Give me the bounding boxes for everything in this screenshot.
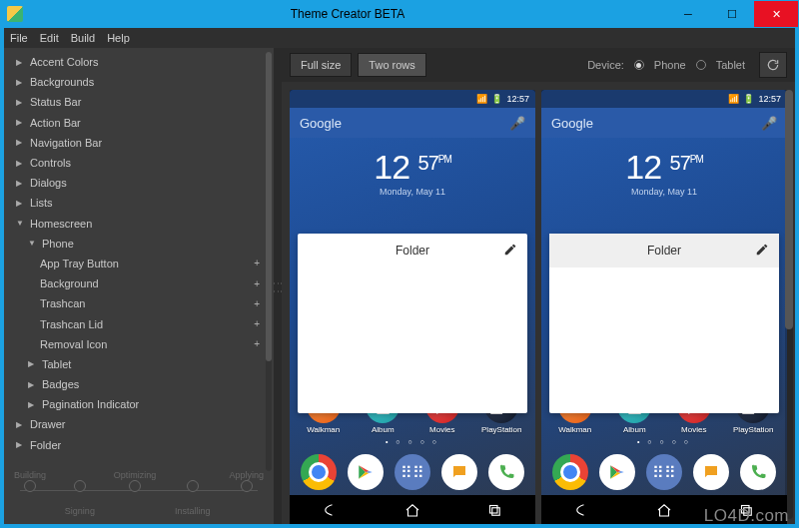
preview-pane: Full size Two rows Device: Phone Tablet …	[282, 48, 795, 524]
phone-previews: 📶 🔋 12:57 Google 🎤 12 57PM Monday, May 1…	[282, 82, 795, 524]
tree-item-trashcan[interactable]: Trashcan+	[4, 293, 274, 313]
progress-installing: Installing	[175, 506, 211, 516]
fullsize-button[interactable]: Full size	[290, 53, 352, 77]
folder-header: Folder	[549, 234, 779, 267]
tree-item-accent-colors[interactable]: ▶Accent Colors	[4, 52, 274, 72]
minimize-button[interactable]: ─	[666, 1, 710, 27]
tree-item-pagination-indicator[interactable]: ▶Pagination Indicator	[4, 394, 274, 414]
messaging-icon[interactable]	[441, 454, 477, 490]
tree-item-status-bar[interactable]: ▶Status Bar	[4, 92, 274, 112]
menu-edit[interactable]: Edit	[40, 32, 59, 44]
tree-item-homescreen[interactable]: ▼Homescreen	[4, 214, 274, 234]
tree-item-background[interactable]: Background+	[4, 273, 274, 293]
app-tray-icon[interactable]: ⠿⠿	[646, 454, 682, 490]
radio-phone[interactable]	[634, 60, 644, 70]
window-title: Theme Creator BETA	[29, 7, 666, 21]
tree-item-controls[interactable]: ▶Controls	[4, 153, 274, 173]
folder-header: Folder	[298, 234, 527, 267]
radio-tablet-label[interactable]: Tablet	[716, 59, 745, 71]
tree-item-lists[interactable]: ▶Lists	[4, 193, 274, 213]
signal-icon: 📶	[728, 94, 739, 104]
phone-preview-1: 📶 🔋 12:57 Google 🎤 12 57PM Monday, May 1…	[290, 90, 535, 524]
signal-icon: 📶	[476, 94, 487, 104]
menubar: File Edit Build Help	[0, 28, 799, 48]
folder-title: Folder	[396, 244, 429, 258]
mic-icon[interactable]: 🎤	[761, 116, 777, 131]
tree-item-badges[interactable]: ▶Badges	[4, 374, 274, 394]
status-time: 12:57	[758, 94, 781, 104]
radio-phone-label[interactable]: Phone	[654, 59, 686, 71]
svg-rect-1	[492, 508, 500, 516]
playstore-icon[interactable]	[348, 454, 384, 490]
favorites-bar: ⠿⠿	[541, 449, 787, 495]
app-icon	[7, 6, 23, 22]
android-navbar	[290, 495, 535, 524]
tree-item-navigation-bar[interactable]: ▶Navigation Bar	[4, 133, 274, 153]
pencil-icon[interactable]	[503, 243, 517, 261]
playstore-icon[interactable]	[599, 454, 635, 490]
home-icon[interactable]	[403, 501, 421, 523]
window-controls: ─ ☐ ✕	[666, 1, 798, 27]
back-icon[interactable]	[322, 501, 340, 523]
splitter-handle[interactable]: ⋮⋮	[274, 48, 282, 524]
menu-build[interactable]: Build	[71, 32, 95, 44]
dialer-icon[interactable]	[740, 454, 776, 490]
battery-icon: 🔋	[743, 94, 754, 104]
folder-popup[interactable]: Folder	[298, 234, 527, 413]
clock-widget: 12 57PM Monday, May 11	[541, 138, 787, 203]
back-icon[interactable]	[573, 501, 591, 523]
close-button[interactable]: ✕	[754, 1, 798, 27]
menu-file[interactable]: File	[10, 32, 28, 44]
search-label: Google	[551, 116, 593, 131]
tree-item-drawer[interactable]: ▶Drawer	[4, 414, 274, 434]
progress-signing: Signing	[65, 506, 95, 516]
google-search-bar[interactable]: Google 🎤	[541, 108, 787, 138]
tree-item-backgrounds[interactable]: ▶Backgrounds	[4, 72, 274, 92]
sidebar: ▶Accent Colors▶Backgrounds▶Status Bar▶Ac…	[4, 48, 274, 524]
dialer-icon[interactable]	[488, 454, 524, 490]
status-time: 12:57	[506, 94, 529, 104]
radio-tablet[interactable]	[696, 60, 706, 70]
phone-wallpaper: 12 57PM Monday, May 11 Folder WWalkman ▣…	[541, 138, 787, 495]
tree: ▶Accent Colors▶Backgrounds▶Status Bar▶Ac…	[4, 48, 274, 474]
device-selector: Device: Phone Tablet	[587, 59, 745, 71]
mic-icon[interactable]: 🎤	[509, 116, 525, 131]
maximize-button[interactable]: ☐	[710, 1, 754, 27]
refresh-button[interactable]	[759, 52, 787, 78]
preview-scrollbar[interactable]	[785, 90, 793, 519]
tree-item-folder[interactable]: ▶Folder	[4, 435, 274, 455]
menu-help[interactable]: Help	[107, 32, 130, 44]
build-progress: Building Signing Optimizing Installing A…	[4, 474, 274, 524]
messaging-icon[interactable]	[693, 454, 729, 490]
tree-item-action-bar[interactable]: ▶Action Bar	[4, 113, 274, 133]
app-tray-icon[interactable]: ⠿⠿	[395, 454, 430, 490]
chrome-icon[interactable]	[301, 454, 337, 490]
clock-widget: 12 57PM Monday, May 11	[290, 138, 535, 203]
progress-applying: Applying	[229, 470, 264, 480]
tree-item-trashcan-lid[interactable]: Trashcan Lid+	[4, 313, 274, 333]
device-label: Device:	[587, 59, 624, 71]
phone-statusbar: 📶 🔋 12:57	[290, 90, 535, 108]
recents-icon[interactable]	[485, 501, 503, 523]
tree-item-dialogs[interactable]: ▶Dialogs	[4, 173, 274, 193]
search-label: Google	[300, 116, 342, 131]
sidebar-scrollbar[interactable]	[266, 52, 272, 471]
svg-rect-0	[490, 506, 498, 514]
phone-preview-2: 📶 🔋 12:57 Google 🎤 12 57PM Monday, May 1…	[541, 90, 787, 524]
app-body: ▶Accent Colors▶Backgrounds▶Status Bar▶Ac…	[0, 48, 799, 528]
chrome-icon[interactable]	[552, 454, 588, 490]
tworows-button[interactable]: Two rows	[358, 53, 425, 77]
progress-building: Building	[14, 470, 46, 480]
folder-title: Folder	[647, 244, 681, 258]
tree-item-phone[interactable]: ▼Phone	[4, 234, 274, 254]
tree-item-tablet[interactable]: ▶Tablet	[4, 354, 274, 374]
tree-item-removal-icon[interactable]: Removal Icon+	[4, 334, 274, 354]
page-indicator: • ○ ○ ○ ○	[290, 434, 535, 449]
folder-popup[interactable]: Folder	[549, 234, 779, 413]
home-icon[interactable]	[655, 501, 673, 523]
watermark: LO4D.com	[704, 506, 789, 526]
tree-item-app-tray-button[interactable]: App Tray Button+	[4, 254, 274, 273]
window-titlebar: Theme Creator BETA ─ ☐ ✕	[0, 0, 799, 28]
pencil-icon[interactable]	[755, 243, 769, 261]
google-search-bar[interactable]: Google 🎤	[290, 108, 535, 138]
